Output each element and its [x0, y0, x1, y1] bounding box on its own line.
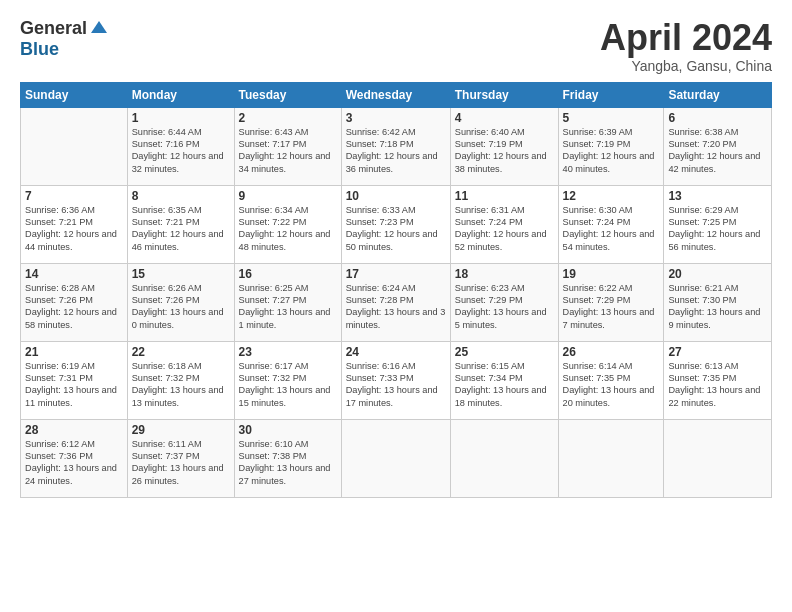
- col-monday: Monday: [127, 82, 234, 107]
- day-info: Sunrise: 6:36 AMSunset: 7:21 PMDaylight:…: [25, 205, 117, 252]
- day-number: 13: [668, 189, 767, 203]
- day-cell: 15Sunrise: 6:26 AMSunset: 7:26 PMDayligh…: [127, 263, 234, 341]
- logo: General Blue: [20, 18, 109, 60]
- day-info: Sunrise: 6:11 AMSunset: 7:37 PMDaylight:…: [132, 439, 224, 486]
- logo-general-text: General: [20, 18, 87, 39]
- week-row-4: 28Sunrise: 6:12 AMSunset: 7:36 PMDayligh…: [21, 419, 772, 497]
- day-cell: [664, 419, 772, 497]
- day-info: Sunrise: 6:13 AMSunset: 7:35 PMDaylight:…: [668, 361, 760, 408]
- day-info: Sunrise: 6:26 AMSunset: 7:26 PMDaylight:…: [132, 283, 224, 330]
- day-number: 21: [25, 345, 123, 359]
- day-cell: 29Sunrise: 6:11 AMSunset: 7:37 PMDayligh…: [127, 419, 234, 497]
- day-number: 19: [563, 267, 660, 281]
- day-cell: 23Sunrise: 6:17 AMSunset: 7:32 PMDayligh…: [234, 341, 341, 419]
- day-info: Sunrise: 6:15 AMSunset: 7:34 PMDaylight:…: [455, 361, 547, 408]
- day-cell: 2Sunrise: 6:43 AMSunset: 7:17 PMDaylight…: [234, 107, 341, 185]
- day-cell: 5Sunrise: 6:39 AMSunset: 7:19 PMDaylight…: [558, 107, 664, 185]
- calendar-table: Sunday Monday Tuesday Wednesday Thursday…: [20, 82, 772, 498]
- day-number: 14: [25, 267, 123, 281]
- day-info: Sunrise: 6:34 AMSunset: 7:22 PMDaylight:…: [239, 205, 331, 252]
- day-info: Sunrise: 6:22 AMSunset: 7:29 PMDaylight:…: [563, 283, 655, 330]
- day-cell: 28Sunrise: 6:12 AMSunset: 7:36 PMDayligh…: [21, 419, 128, 497]
- day-info: Sunrise: 6:33 AMSunset: 7:23 PMDaylight:…: [346, 205, 438, 252]
- day-cell: 18Sunrise: 6:23 AMSunset: 7:29 PMDayligh…: [450, 263, 558, 341]
- day-cell: 14Sunrise: 6:28 AMSunset: 7:26 PMDayligh…: [21, 263, 128, 341]
- day-cell: 9Sunrise: 6:34 AMSunset: 7:22 PMDaylight…: [234, 185, 341, 263]
- day-info: Sunrise: 6:43 AMSunset: 7:17 PMDaylight:…: [239, 127, 331, 174]
- header-row: Sunday Monday Tuesday Wednesday Thursday…: [21, 82, 772, 107]
- day-number: 24: [346, 345, 446, 359]
- day-number: 28: [25, 423, 123, 437]
- day-number: 6: [668, 111, 767, 125]
- page: General Blue April 2024 Yangba, Gansu, C…: [0, 0, 792, 612]
- day-number: 25: [455, 345, 554, 359]
- day-cell: [21, 107, 128, 185]
- day-number: 26: [563, 345, 660, 359]
- day-number: 3: [346, 111, 446, 125]
- day-info: Sunrise: 6:38 AMSunset: 7:20 PMDaylight:…: [668, 127, 760, 174]
- day-info: Sunrise: 6:28 AMSunset: 7:26 PMDaylight:…: [25, 283, 117, 330]
- day-number: 2: [239, 111, 337, 125]
- day-number: 15: [132, 267, 230, 281]
- day-cell: [558, 419, 664, 497]
- day-number: 18: [455, 267, 554, 281]
- day-info: Sunrise: 6:19 AMSunset: 7:31 PMDaylight:…: [25, 361, 117, 408]
- day-cell: 13Sunrise: 6:29 AMSunset: 7:25 PMDayligh…: [664, 185, 772, 263]
- day-info: Sunrise: 6:42 AMSunset: 7:18 PMDaylight:…: [346, 127, 438, 174]
- day-info: Sunrise: 6:12 AMSunset: 7:36 PMDaylight:…: [25, 439, 117, 486]
- day-info: Sunrise: 6:25 AMSunset: 7:27 PMDaylight:…: [239, 283, 331, 330]
- day-info: Sunrise: 6:14 AMSunset: 7:35 PMDaylight:…: [563, 361, 655, 408]
- day-cell: 24Sunrise: 6:16 AMSunset: 7:33 PMDayligh…: [341, 341, 450, 419]
- day-number: 11: [455, 189, 554, 203]
- day-info: Sunrise: 6:31 AMSunset: 7:24 PMDaylight:…: [455, 205, 547, 252]
- day-cell: [450, 419, 558, 497]
- day-cell: 8Sunrise: 6:35 AMSunset: 7:21 PMDaylight…: [127, 185, 234, 263]
- svg-marker-0: [91, 21, 107, 33]
- day-cell: 10Sunrise: 6:33 AMSunset: 7:23 PMDayligh…: [341, 185, 450, 263]
- day-number: 22: [132, 345, 230, 359]
- location: Yangba, Gansu, China: [600, 58, 772, 74]
- day-cell: 21Sunrise: 6:19 AMSunset: 7:31 PMDayligh…: [21, 341, 128, 419]
- day-cell: 3Sunrise: 6:42 AMSunset: 7:18 PMDaylight…: [341, 107, 450, 185]
- day-info: Sunrise: 6:23 AMSunset: 7:29 PMDaylight:…: [455, 283, 547, 330]
- day-cell: 17Sunrise: 6:24 AMSunset: 7:28 PMDayligh…: [341, 263, 450, 341]
- week-row-3: 21Sunrise: 6:19 AMSunset: 7:31 PMDayligh…: [21, 341, 772, 419]
- day-number: 27: [668, 345, 767, 359]
- day-cell: 4Sunrise: 6:40 AMSunset: 7:19 PMDaylight…: [450, 107, 558, 185]
- day-info: Sunrise: 6:24 AMSunset: 7:28 PMDaylight:…: [346, 283, 446, 330]
- day-number: 29: [132, 423, 230, 437]
- day-info: Sunrise: 6:10 AMSunset: 7:38 PMDaylight:…: [239, 439, 331, 486]
- day-number: 30: [239, 423, 337, 437]
- day-info: Sunrise: 6:39 AMSunset: 7:19 PMDaylight:…: [563, 127, 655, 174]
- day-number: 4: [455, 111, 554, 125]
- col-saturday: Saturday: [664, 82, 772, 107]
- day-cell: 25Sunrise: 6:15 AMSunset: 7:34 PMDayligh…: [450, 341, 558, 419]
- day-number: 8: [132, 189, 230, 203]
- day-info: Sunrise: 6:44 AMSunset: 7:16 PMDaylight:…: [132, 127, 224, 174]
- day-cell: 12Sunrise: 6:30 AMSunset: 7:24 PMDayligh…: [558, 185, 664, 263]
- day-cell: 26Sunrise: 6:14 AMSunset: 7:35 PMDayligh…: [558, 341, 664, 419]
- header: General Blue April 2024 Yangba, Gansu, C…: [20, 18, 772, 74]
- day-cell: 20Sunrise: 6:21 AMSunset: 7:30 PMDayligh…: [664, 263, 772, 341]
- col-wednesday: Wednesday: [341, 82, 450, 107]
- day-cell: 6Sunrise: 6:38 AMSunset: 7:20 PMDaylight…: [664, 107, 772, 185]
- month-title: April 2024: [600, 18, 772, 58]
- day-cell: 19Sunrise: 6:22 AMSunset: 7:29 PMDayligh…: [558, 263, 664, 341]
- day-info: Sunrise: 6:18 AMSunset: 7:32 PMDaylight:…: [132, 361, 224, 408]
- day-number: 10: [346, 189, 446, 203]
- day-info: Sunrise: 6:30 AMSunset: 7:24 PMDaylight:…: [563, 205, 655, 252]
- week-row-2: 14Sunrise: 6:28 AMSunset: 7:26 PMDayligh…: [21, 263, 772, 341]
- day-cell: 22Sunrise: 6:18 AMSunset: 7:32 PMDayligh…: [127, 341, 234, 419]
- col-friday: Friday: [558, 82, 664, 107]
- day-number: 12: [563, 189, 660, 203]
- day-cell: 1Sunrise: 6:44 AMSunset: 7:16 PMDaylight…: [127, 107, 234, 185]
- day-number: 5: [563, 111, 660, 125]
- day-info: Sunrise: 6:29 AMSunset: 7:25 PMDaylight:…: [668, 205, 760, 252]
- day-cell: 11Sunrise: 6:31 AMSunset: 7:24 PMDayligh…: [450, 185, 558, 263]
- logo-icon: [89, 19, 109, 39]
- day-cell: [341, 419, 450, 497]
- col-thursday: Thursday: [450, 82, 558, 107]
- day-info: Sunrise: 6:21 AMSunset: 7:30 PMDaylight:…: [668, 283, 760, 330]
- col-sunday: Sunday: [21, 82, 128, 107]
- day-cell: 30Sunrise: 6:10 AMSunset: 7:38 PMDayligh…: [234, 419, 341, 497]
